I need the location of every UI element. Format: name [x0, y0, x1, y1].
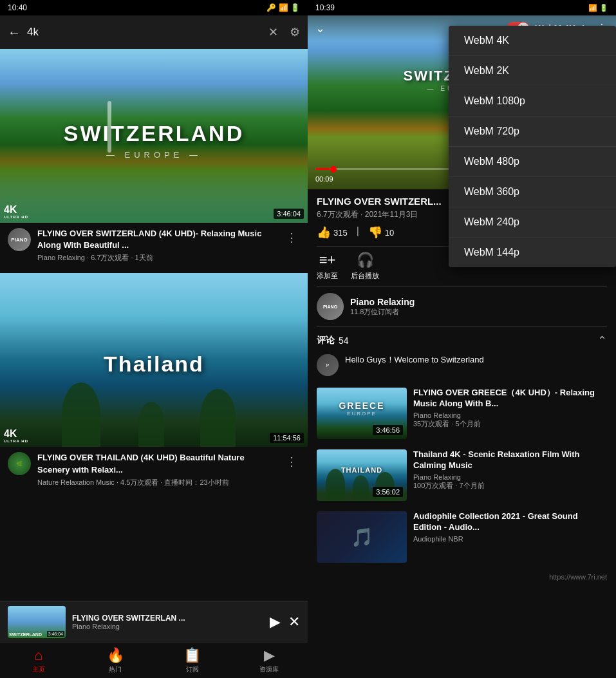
add-icon: ≡+ [319, 252, 336, 268]
library-icon: ▶ [264, 647, 275, 664]
like-btn[interactable]: 👍 315 [317, 225, 348, 240]
comments-section: 评论 54 ⌃ P Hello Guys！Welcome to Switzerl… [308, 327, 616, 382]
mini-play-btn[interactable]: ▶ [270, 614, 281, 630]
comment-avatar: P [317, 354, 339, 376]
video-meta-switzerland: Piano Relaxing · 6.7万次观看 · 1天前 [37, 253, 277, 263]
related-meta-greece: 35万次观看 · 5个月前 [413, 419, 607, 429]
nav-subscribe[interactable]: 📋 订阅 [154, 647, 231, 674]
time-left: 10:40 [8, 3, 27, 12]
quality-webm-360p[interactable]: WebM 360p [449, 177, 616, 207]
like-icon: 👍 [317, 225, 331, 240]
channel-subs: 11.8万位订阅者 [350, 307, 415, 317]
minimize-btn[interactable]: ⌄ [315, 21, 325, 35]
like-count: 315 [333, 228, 348, 238]
status-bar-left: 10:40 🔑 📶 🔋 [0, 0, 308, 15]
related-item-audiophile[interactable]: 🎵 Audiophile Collection 2021 - Great Sou… [308, 506, 616, 568]
quality-webm-2k[interactable]: WebM 2K [449, 56, 616, 86]
home-icon: ⌂ [34, 647, 42, 664]
watermark-container: https://www.7ri.net [308, 568, 616, 585]
related-title-thailand-sm: Thailand 4K - Scenic Relaxation Film Wit… [413, 449, 607, 471]
quality-webm-144p[interactable]: WebM 144p [449, 238, 616, 267]
mini-player: SWITZERLAND 3:46:04 FLYING OVER SWITZERL… [0, 601, 308, 642]
channel-avatar-right: PIANO [317, 293, 344, 320]
related-thumb-audiophile: 🎵 [317, 511, 407, 563]
comments-title: 评论 [317, 335, 335, 346]
related-meta-thailand-sm: 100万次观看 · 7个月前 [413, 481, 607, 491]
add-to-btn[interactable]: ≡+ 添加至 [317, 252, 338, 281]
dislike-count: 10 [385, 228, 394, 238]
duration-thailand: 11:54:56 [270, 433, 304, 443]
clear-icon[interactable]: ✕ [268, 25, 278, 39]
video-info-switzerland: PIANO FLYING OVER SWITZERLAND (4K UHD)- … [0, 223, 308, 268]
search-bar: ← ✕ ⚙ [0, 15, 308, 49]
video-meta-thailand: Nature Relaxation Music · 4.5万次观看 · 直播时间… [37, 478, 277, 487]
quality-webm-240p[interactable]: WebM 240p [449, 207, 616, 238]
swiss-thumbnail-title: SWITZERLAND [64, 121, 244, 146]
channel-info: Piano Relaxing 11.8万位订阅者 [350, 297, 415, 317]
left-panel: 10:40 🔑 📶 🔋 ← ✕ ⚙ SWITZERLAND — EUROPE —… [0, 0, 308, 678]
thumbnail-switzerland: SWITZERLAND — EUROPE — 4K ULTRA HD 3:46:… [0, 49, 308, 223]
related-info-greece: FLYING OVER GREECE（4K UHD）- Relaxing Mus… [413, 388, 607, 439]
quality-webm-1080p[interactable]: WebM 1080p [449, 86, 616, 117]
dislike-icon: 👎 [368, 225, 382, 240]
related-thumb-thailand-sm: THAILAND 3:56:02 [317, 449, 407, 501]
status-icons-right: 📶 🔋 [588, 4, 608, 12]
comment-text-first: Hello Guys！Welcome to Switzerland [345, 354, 607, 366]
library-label: 资源库 [259, 665, 279, 674]
watermark: https://www.7ri.net [549, 573, 607, 581]
quality-dropdown: WebM 4K WebM 2K WebM 1080p WebM 720p Web… [449, 26, 616, 267]
background-play-btn[interactable]: 🎧 后台播放 [351, 252, 379, 281]
quality-webm-4k[interactable]: WebM 4K [449, 26, 616, 56]
badge-4k-switzerland: 4K ULTRA HD [4, 205, 28, 219]
comments-expand-icon[interactable]: ⌃ [597, 334, 607, 348]
video-text-thailand: FLYING OVER THAILAND (4K UHD) Beautiful … [37, 452, 277, 487]
back-icon[interactable]: ← [8, 25, 21, 40]
headphone-icon: 🎧 [357, 252, 374, 268]
thailand-sm-text: THAILAND [341, 466, 382, 474]
video-item-thailand[interactable]: Thailand 4K ULTRA HD 11:54:56 🌿 FLYING O… [0, 273, 308, 492]
mini-controls: ▶ ✕ [270, 614, 300, 630]
related-title-greece: FLYING OVER GREECE（4K UHD）- Relaxing Mus… [413, 388, 607, 410]
greece-text: GREECE [339, 400, 384, 411]
background-label: 后台播放 [351, 271, 379, 281]
mini-close-btn[interactable]: ✕ [288, 614, 300, 630]
mini-title: FLYING OVER SWITZERLAN ... [72, 614, 263, 623]
status-bar-right: 10:39 📶 🔋 [308, 0, 616, 15]
time-right: 10:39 [315, 3, 335, 12]
filter-icon[interactable]: ⚙ [290, 25, 300, 39]
video-info-thailand: 🌿 FLYING OVER THAILAND (4K UHD) Beautifu… [0, 447, 308, 492]
nav-home[interactable]: ⌂ 主页 [0, 647, 77, 674]
video-text-switzerland: FLYING OVER SWITZERLAND (4K UHD)- Relaxi… [37, 228, 277, 263]
related-item-thailand-sm[interactable]: THAILAND 3:56:02 Thailand 4K - Scenic Re… [308, 444, 616, 506]
related-list: GREECE EUROPE 3:46:56 FLYING OVER GREECE… [308, 382, 616, 585]
upload-date: 2021年11月3日 [365, 210, 418, 219]
channel-avatar-piano: PIANO [8, 228, 31, 251]
duration-greece: 3:46:56 [373, 425, 403, 435]
bottom-nav-left: ⌂ 主页 🔥 热门 📋 订阅 ▶ 资源库 [0, 642, 308, 678]
comment-row-first: P Hello Guys！Welcome to Switzerland [317, 354, 607, 376]
view-count: 6.7万次观看 [317, 210, 359, 219]
related-title-audiophile: Audiophile Collection 2021 - Great Sound… [413, 511, 607, 533]
duration-switzerland: 3:46:04 [274, 209, 304, 219]
quality-webm-720p[interactable]: WebM 720p [449, 117, 616, 147]
channel-avatar-nature: 🌿 [8, 452, 31, 475]
thumbnail-thailand: Thailand 4K ULTRA HD 11:54:56 [0, 273, 308, 447]
channel-name: Piano Relaxing [350, 297, 415, 307]
video-title-switzerland: FLYING OVER SWITZERLAND (4K UHD)- Relaxi… [37, 228, 277, 251]
more-btn-switzerland[interactable]: ⋮ [283, 228, 300, 247]
comments-title-row: 评论 54 [317, 335, 349, 346]
related-channel-audiophile: Audiophile NBR [413, 535, 607, 543]
nav-library[interactable]: ▶ 资源库 [231, 647, 308, 674]
nav-hot[interactable]: 🔥 热门 [77, 647, 154, 674]
progress-dot [330, 166, 337, 173]
comments-header: 评论 54 ⌃ [317, 334, 607, 348]
badge-4k-thailand: 4K ULTRA HD [4, 429, 28, 443]
related-item-greece[interactable]: GREECE EUROPE 3:46:56 FLYING OVER GREECE… [308, 382, 616, 444]
search-input[interactable] [27, 26, 262, 39]
quality-webm-480p[interactable]: WebM 480p [449, 147, 616, 177]
dislike-btn[interactable]: 👎 10 [368, 225, 394, 240]
more-btn-thailand[interactable]: ⋮ [283, 452, 300, 471]
comments-count: 54 [339, 335, 349, 346]
video-item-switzerland[interactable]: SWITZERLAND — EUROPE — 4K ULTRA HD 3:46:… [0, 49, 308, 268]
right-panel: 10:39 📶 🔋 SWITZERLAND — EUROPE — ⌄ WebM … [308, 0, 616, 678]
